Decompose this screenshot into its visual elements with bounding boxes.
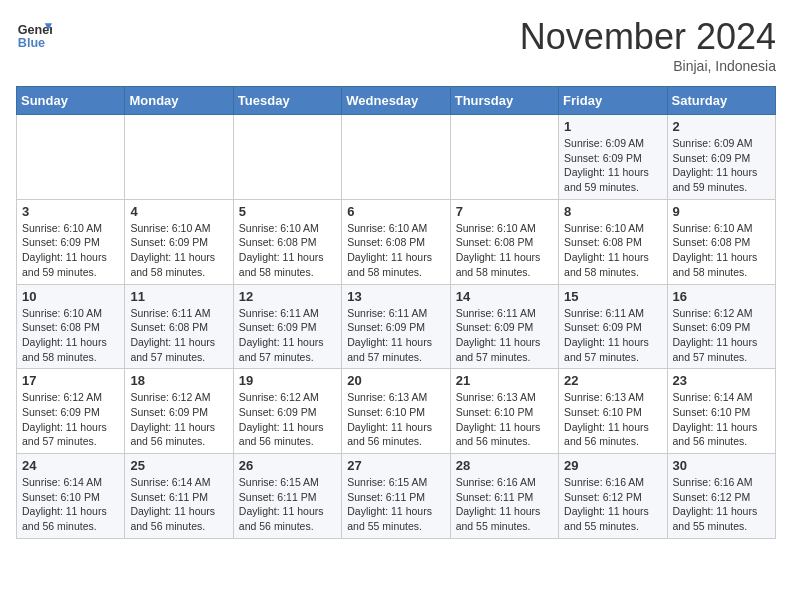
week-row-1: 1Sunrise: 6:09 AM Sunset: 6:09 PM Daylig… bbox=[17, 115, 776, 200]
svg-text:Blue: Blue bbox=[18, 36, 45, 50]
calendar-cell: 26Sunrise: 6:15 AM Sunset: 6:11 PM Dayli… bbox=[233, 454, 341, 539]
calendar-cell: 9Sunrise: 6:10 AM Sunset: 6:08 PM Daylig… bbox=[667, 199, 775, 284]
calendar-cell: 3Sunrise: 6:10 AM Sunset: 6:09 PM Daylig… bbox=[17, 199, 125, 284]
day-number: 12 bbox=[239, 289, 336, 304]
day-number: 18 bbox=[130, 373, 227, 388]
day-number: 29 bbox=[564, 458, 661, 473]
day-info: Sunrise: 6:15 AM Sunset: 6:11 PM Dayligh… bbox=[239, 475, 336, 534]
day-info: Sunrise: 6:11 AM Sunset: 6:09 PM Dayligh… bbox=[564, 306, 661, 365]
day-number: 26 bbox=[239, 458, 336, 473]
calendar-cell: 17Sunrise: 6:12 AM Sunset: 6:09 PM Dayli… bbox=[17, 369, 125, 454]
day-info: Sunrise: 6:16 AM Sunset: 6:12 PM Dayligh… bbox=[673, 475, 770, 534]
weekday-header-saturday: Saturday bbox=[667, 87, 775, 115]
calendar-cell: 21Sunrise: 6:13 AM Sunset: 6:10 PM Dayli… bbox=[450, 369, 558, 454]
calendar-cell: 15Sunrise: 6:11 AM Sunset: 6:09 PM Dayli… bbox=[559, 284, 667, 369]
calendar-cell: 11Sunrise: 6:11 AM Sunset: 6:08 PM Dayli… bbox=[125, 284, 233, 369]
day-number: 6 bbox=[347, 204, 444, 219]
week-row-2: 3Sunrise: 6:10 AM Sunset: 6:09 PM Daylig… bbox=[17, 199, 776, 284]
calendar-cell: 20Sunrise: 6:13 AM Sunset: 6:10 PM Dayli… bbox=[342, 369, 450, 454]
day-info: Sunrise: 6:15 AM Sunset: 6:11 PM Dayligh… bbox=[347, 475, 444, 534]
week-row-4: 17Sunrise: 6:12 AM Sunset: 6:09 PM Dayli… bbox=[17, 369, 776, 454]
day-number: 24 bbox=[22, 458, 119, 473]
day-number: 10 bbox=[22, 289, 119, 304]
calendar-cell: 23Sunrise: 6:14 AM Sunset: 6:10 PM Dayli… bbox=[667, 369, 775, 454]
day-number: 5 bbox=[239, 204, 336, 219]
calendar-cell bbox=[233, 115, 341, 200]
weekday-header-wednesday: Wednesday bbox=[342, 87, 450, 115]
calendar-cell: 5Sunrise: 6:10 AM Sunset: 6:08 PM Daylig… bbox=[233, 199, 341, 284]
weekday-header-sunday: Sunday bbox=[17, 87, 125, 115]
calendar-table: SundayMondayTuesdayWednesdayThursdayFrid… bbox=[16, 86, 776, 539]
day-number: 14 bbox=[456, 289, 553, 304]
day-info: Sunrise: 6:14 AM Sunset: 6:10 PM Dayligh… bbox=[22, 475, 119, 534]
day-info: Sunrise: 6:12 AM Sunset: 6:09 PM Dayligh… bbox=[239, 390, 336, 449]
day-number: 13 bbox=[347, 289, 444, 304]
day-number: 25 bbox=[130, 458, 227, 473]
calendar-cell: 2Sunrise: 6:09 AM Sunset: 6:09 PM Daylig… bbox=[667, 115, 775, 200]
day-number: 30 bbox=[673, 458, 770, 473]
day-info: Sunrise: 6:10 AM Sunset: 6:08 PM Dayligh… bbox=[239, 221, 336, 280]
day-info: Sunrise: 6:12 AM Sunset: 6:09 PM Dayligh… bbox=[673, 306, 770, 365]
calendar-cell bbox=[450, 115, 558, 200]
calendar-cell: 28Sunrise: 6:16 AM Sunset: 6:11 PM Dayli… bbox=[450, 454, 558, 539]
calendar-cell: 7Sunrise: 6:10 AM Sunset: 6:08 PM Daylig… bbox=[450, 199, 558, 284]
day-info: Sunrise: 6:11 AM Sunset: 6:08 PM Dayligh… bbox=[130, 306, 227, 365]
calendar-cell: 14Sunrise: 6:11 AM Sunset: 6:09 PM Dayli… bbox=[450, 284, 558, 369]
day-number: 15 bbox=[564, 289, 661, 304]
day-number: 1 bbox=[564, 119, 661, 134]
day-info: Sunrise: 6:16 AM Sunset: 6:12 PM Dayligh… bbox=[564, 475, 661, 534]
day-number: 16 bbox=[673, 289, 770, 304]
day-number: 20 bbox=[347, 373, 444, 388]
calendar-cell: 8Sunrise: 6:10 AM Sunset: 6:08 PM Daylig… bbox=[559, 199, 667, 284]
calendar-cell: 6Sunrise: 6:10 AM Sunset: 6:08 PM Daylig… bbox=[342, 199, 450, 284]
calendar-cell: 29Sunrise: 6:16 AM Sunset: 6:12 PM Dayli… bbox=[559, 454, 667, 539]
day-number: 2 bbox=[673, 119, 770, 134]
day-info: Sunrise: 6:10 AM Sunset: 6:08 PM Dayligh… bbox=[564, 221, 661, 280]
day-info: Sunrise: 6:09 AM Sunset: 6:09 PM Dayligh… bbox=[673, 136, 770, 195]
day-number: 7 bbox=[456, 204, 553, 219]
calendar-cell: 1Sunrise: 6:09 AM Sunset: 6:09 PM Daylig… bbox=[559, 115, 667, 200]
day-number: 21 bbox=[456, 373, 553, 388]
calendar-cell: 19Sunrise: 6:12 AM Sunset: 6:09 PM Dayli… bbox=[233, 369, 341, 454]
day-number: 17 bbox=[22, 373, 119, 388]
weekday-header-monday: Monday bbox=[125, 87, 233, 115]
day-number: 3 bbox=[22, 204, 119, 219]
calendar-cell bbox=[17, 115, 125, 200]
day-info: Sunrise: 6:09 AM Sunset: 6:09 PM Dayligh… bbox=[564, 136, 661, 195]
day-number: 9 bbox=[673, 204, 770, 219]
logo-icon: General Blue bbox=[16, 16, 52, 52]
calendar-cell: 24Sunrise: 6:14 AM Sunset: 6:10 PM Dayli… bbox=[17, 454, 125, 539]
day-number: 8 bbox=[564, 204, 661, 219]
day-info: Sunrise: 6:10 AM Sunset: 6:09 PM Dayligh… bbox=[22, 221, 119, 280]
day-info: Sunrise: 6:13 AM Sunset: 6:10 PM Dayligh… bbox=[564, 390, 661, 449]
page-header: General Blue November 2024 Binjai, Indon… bbox=[16, 16, 776, 74]
day-number: 11 bbox=[130, 289, 227, 304]
day-info: Sunrise: 6:14 AM Sunset: 6:10 PM Dayligh… bbox=[673, 390, 770, 449]
calendar-cell: 16Sunrise: 6:12 AM Sunset: 6:09 PM Dayli… bbox=[667, 284, 775, 369]
location: Binjai, Indonesia bbox=[520, 58, 776, 74]
calendar-cell: 30Sunrise: 6:16 AM Sunset: 6:12 PM Dayli… bbox=[667, 454, 775, 539]
calendar-cell: 27Sunrise: 6:15 AM Sunset: 6:11 PM Dayli… bbox=[342, 454, 450, 539]
day-info: Sunrise: 6:10 AM Sunset: 6:08 PM Dayligh… bbox=[347, 221, 444, 280]
day-number: 4 bbox=[130, 204, 227, 219]
title-block: November 2024 Binjai, Indonesia bbox=[520, 16, 776, 74]
day-info: Sunrise: 6:14 AM Sunset: 6:11 PM Dayligh… bbox=[130, 475, 227, 534]
calendar-cell: 13Sunrise: 6:11 AM Sunset: 6:09 PM Dayli… bbox=[342, 284, 450, 369]
calendar-cell: 12Sunrise: 6:11 AM Sunset: 6:09 PM Dayli… bbox=[233, 284, 341, 369]
calendar-cell: 22Sunrise: 6:13 AM Sunset: 6:10 PM Dayli… bbox=[559, 369, 667, 454]
day-number: 27 bbox=[347, 458, 444, 473]
day-number: 22 bbox=[564, 373, 661, 388]
month-title: November 2024 bbox=[520, 16, 776, 58]
calendar-cell: 18Sunrise: 6:12 AM Sunset: 6:09 PM Dayli… bbox=[125, 369, 233, 454]
calendar-cell: 4Sunrise: 6:10 AM Sunset: 6:09 PM Daylig… bbox=[125, 199, 233, 284]
day-info: Sunrise: 6:10 AM Sunset: 6:08 PM Dayligh… bbox=[673, 221, 770, 280]
day-info: Sunrise: 6:12 AM Sunset: 6:09 PM Dayligh… bbox=[22, 390, 119, 449]
day-info: Sunrise: 6:11 AM Sunset: 6:09 PM Dayligh… bbox=[347, 306, 444, 365]
day-info: Sunrise: 6:12 AM Sunset: 6:09 PM Dayligh… bbox=[130, 390, 227, 449]
day-info: Sunrise: 6:10 AM Sunset: 6:08 PM Dayligh… bbox=[22, 306, 119, 365]
calendar-cell: 10Sunrise: 6:10 AM Sunset: 6:08 PM Dayli… bbox=[17, 284, 125, 369]
day-info: Sunrise: 6:13 AM Sunset: 6:10 PM Dayligh… bbox=[347, 390, 444, 449]
week-row-5: 24Sunrise: 6:14 AM Sunset: 6:10 PM Dayli… bbox=[17, 454, 776, 539]
calendar-cell bbox=[342, 115, 450, 200]
day-info: Sunrise: 6:10 AM Sunset: 6:09 PM Dayligh… bbox=[130, 221, 227, 280]
